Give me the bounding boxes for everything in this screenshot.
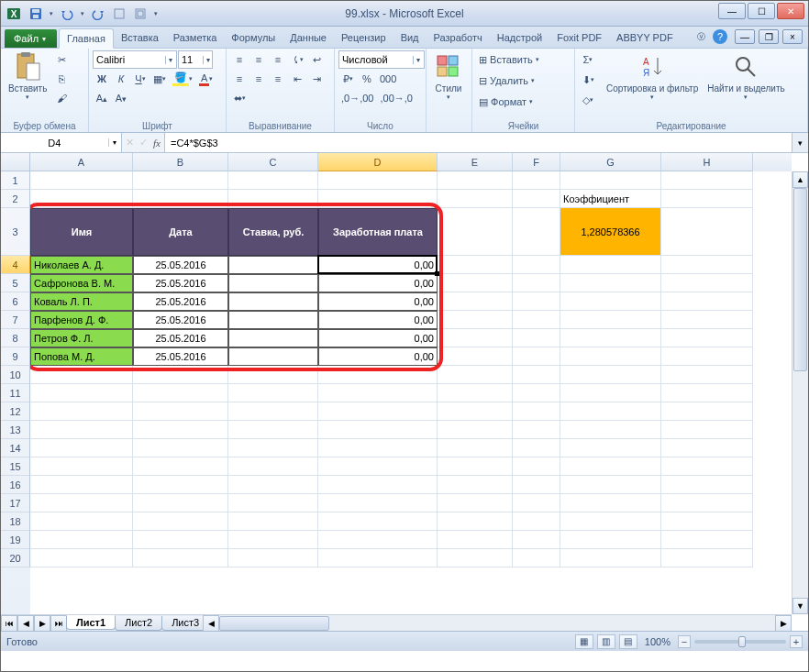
cell-F7[interactable] xyxy=(513,311,560,329)
cell-A10[interactable] xyxy=(30,366,133,384)
decrease-indent-button[interactable]: ⇤ xyxy=(288,70,306,88)
tab-вставка[interactable]: Вставка xyxy=(114,28,166,48)
row-header-17[interactable]: 17 xyxy=(1,494,30,512)
autosum-button[interactable]: Σ▾ xyxy=(579,50,597,69)
cell-H19[interactable] xyxy=(661,531,753,549)
cell-A6[interactable]: Коваль Л. П. xyxy=(30,292,133,311)
scroll-left-icon[interactable]: ◀ xyxy=(203,615,219,632)
cell-B13[interactable] xyxy=(133,421,228,439)
align-top-button[interactable]: ≡ xyxy=(230,50,249,69)
hscroll-track[interactable] xyxy=(219,615,775,632)
fill-color-button[interactable]: 🪣▾ xyxy=(170,70,195,88)
cell-H5[interactable] xyxy=(661,274,753,292)
doc-restore-button[interactable]: ❐ xyxy=(759,29,779,44)
cell-H4[interactable] xyxy=(661,256,753,274)
chevron-down-icon[interactable]: ▾ xyxy=(413,56,424,64)
cell-G6[interactable] xyxy=(560,292,661,311)
row-header-5[interactable]: 5 xyxy=(1,274,30,292)
cell-B19[interactable] xyxy=(133,531,228,549)
cell-H20[interactable] xyxy=(661,549,753,567)
cell-H9[interactable] xyxy=(661,347,753,366)
page-break-view-button[interactable]: ▤ xyxy=(619,634,637,649)
cell-D14[interactable] xyxy=(318,439,438,457)
fill-button[interactable]: ⬇▾ xyxy=(579,71,597,89)
save-dropdown-icon[interactable]: ▾ xyxy=(48,5,55,23)
cancel-formula-icon[interactable]: ✕ xyxy=(126,137,134,149)
sheet-nav-last-icon[interactable]: ⏭ xyxy=(50,615,67,632)
cell-B4[interactable]: 25.05.2016 xyxy=(133,256,228,274)
cell-H10[interactable] xyxy=(661,366,753,384)
col-header-F[interactable]: F xyxy=(513,153,560,171)
cell-C10[interactable] xyxy=(228,366,318,384)
cell-G8[interactable] xyxy=(560,329,661,347)
font-color-button[interactable]: A▾ xyxy=(196,70,216,88)
cell-F10[interactable] xyxy=(513,366,560,384)
cell-C9[interactable] xyxy=(228,347,318,366)
align-left-button[interactable]: ≡ xyxy=(230,70,249,88)
cell-G19[interactable] xyxy=(560,531,661,549)
cell-F17[interactable] xyxy=(513,494,560,512)
cell-G1[interactable] xyxy=(560,171,661,190)
cell-G12[interactable] xyxy=(560,402,661,421)
cut-button[interactable]: ✂ xyxy=(52,50,71,69)
row-header-16[interactable]: 16 xyxy=(1,476,30,494)
cell-H15[interactable] xyxy=(661,457,753,476)
ribbon-minimize-icon[interactable]: ⓥ xyxy=(694,30,707,43)
col-header-H[interactable]: H xyxy=(661,153,753,171)
increase-decimal-button[interactable]: ,0→,00 xyxy=(338,89,376,107)
qat-more-icon[interactable] xyxy=(110,5,128,23)
copy-button[interactable]: ⎘ xyxy=(52,70,71,88)
cell-E9[interactable] xyxy=(438,347,513,366)
cell-E1[interactable] xyxy=(438,171,513,190)
cell-A5[interactable]: Сафронова В. М. xyxy=(30,274,133,292)
cell-E15[interactable] xyxy=(438,457,513,476)
cell-G15[interactable] xyxy=(560,457,661,476)
tab-foxit pdf[interactable]: Foxit PDF xyxy=(549,28,609,48)
cell-F16[interactable] xyxy=(513,476,560,494)
row-header-10[interactable]: 10 xyxy=(1,366,30,384)
font-size-combo[interactable]: ▾ xyxy=(178,50,213,69)
cell-E20[interactable] xyxy=(438,549,513,567)
align-bottom-button[interactable]: ≡ xyxy=(269,50,287,69)
cell-C7[interactable] xyxy=(228,311,318,329)
format-painter-button[interactable]: 🖌 xyxy=(52,89,71,107)
tab-разработч[interactable]: Разработч xyxy=(427,28,490,48)
border-button[interactable]: ▦▾ xyxy=(150,70,169,88)
maximize-button[interactable]: ☐ xyxy=(748,3,775,19)
cell-F6[interactable] xyxy=(513,292,560,311)
cell-H11[interactable] xyxy=(661,384,753,402)
align-right-button[interactable]: ≡ xyxy=(269,70,287,88)
cell-C1[interactable] xyxy=(228,171,318,190)
cell-B3[interactable]: Дата xyxy=(133,208,228,256)
decrease-decimal-button[interactable]: ,00→,0 xyxy=(377,89,415,107)
format-cells-button[interactable]: ▤ Формат ▾ xyxy=(476,93,571,111)
cell-G16[interactable] xyxy=(560,476,661,494)
cell-G5[interactable] xyxy=(560,274,661,292)
cell-G4[interactable] xyxy=(560,256,661,274)
cell-C11[interactable] xyxy=(228,384,318,402)
shrink-font-button[interactable]: A▾ xyxy=(112,89,130,107)
cell-A17[interactable] xyxy=(30,494,133,512)
italic-button[interactable]: К xyxy=(112,70,130,88)
cell-G17[interactable] xyxy=(560,494,661,512)
delete-cells-button[interactable]: ⊟ Удалить ▾ xyxy=(476,72,571,90)
cell-B18[interactable] xyxy=(133,512,228,531)
tab-вид[interactable]: Вид xyxy=(393,28,427,48)
cell-B5[interactable]: 25.05.2016 xyxy=(133,274,228,292)
cell-C3[interactable]: Ставка, руб. xyxy=(228,208,318,256)
help-icon[interactable]: ? xyxy=(713,29,727,44)
cell-A12[interactable] xyxy=(30,402,133,421)
tab-главная[interactable]: Главная xyxy=(59,28,114,49)
cell-B8[interactable]: 25.05.2016 xyxy=(133,329,228,347)
cell-C14[interactable] xyxy=(228,439,318,457)
cell-G14[interactable] xyxy=(560,439,661,457)
row-header-9[interactable]: 9 xyxy=(1,347,30,366)
styles-button[interactable]: Стили▾ xyxy=(430,50,467,103)
tab-разметка[interactable]: Разметка xyxy=(166,28,225,48)
cell-H7[interactable] xyxy=(661,311,753,329)
row-header-3[interactable]: 3 xyxy=(1,208,30,256)
cell-B20[interactable] xyxy=(133,549,228,567)
cell-E8[interactable] xyxy=(438,329,513,347)
comma-button[interactable]: 000 xyxy=(377,70,399,88)
cell-F8[interactable] xyxy=(513,329,560,347)
